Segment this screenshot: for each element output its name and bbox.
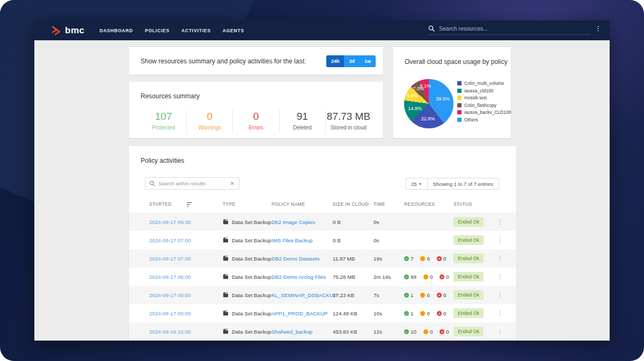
column-header-type[interactable]: TYPE (223, 201, 272, 207)
cell-resources: ✓70✕0 (404, 256, 453, 262)
legend-swatch (457, 81, 462, 85)
cell-policy-name[interactable]: APP1_PROD_BACKUP (272, 311, 333, 316)
error-status-icon: ✕ (437, 311, 442, 316)
stat-label: Errors (233, 125, 279, 131)
row-kebab-icon[interactable]: ⋮ (496, 291, 504, 299)
cell-started[interactable]: 2024-09-17 07:00 (149, 237, 223, 243)
cell-resources: ✓100✕0 (404, 329, 453, 335)
cell-policy-name[interactable]: KL_SEMINAR_DSBACKUP (272, 292, 333, 298)
cell-status: Ended Ok (453, 217, 496, 227)
dataset-icon (223, 256, 229, 261)
table-row[interactable]: 2024-09-17 00:00Data Set BackupAPP1_PROD… (129, 304, 516, 322)
cell-policy-name[interactable]: Db2 Image Copies (272, 219, 333, 225)
nav-search-input[interactable] (439, 25, 590, 32)
table-row[interactable]: 2024-09-17 07:00Data Set BackupDB2 Demo … (129, 249, 516, 268)
stat-value: 91 (280, 111, 325, 122)
column-header-status[interactable]: STATUS (453, 201, 496, 207)
stat-label: Warnings (187, 125, 232, 131)
cell-policy-name[interactable]: DB2 Demo Arclog Files (272, 274, 333, 280)
column-header-resources[interactable]: RESOURCES (404, 201, 453, 207)
status-badge: Ended Ok (453, 217, 484, 227)
nav-item-policies[interactable]: POLICIES (145, 28, 170, 33)
cell-status: Ended Ok (453, 272, 496, 281)
column-header-policy-name[interactable]: POLICY NAME (272, 201, 333, 207)
dataset-icon (223, 329, 229, 334)
pie-slice-label: 6.1% (420, 83, 431, 89)
table-row[interactable]: 2024-09-17 07:00Data Set BackupIMS Files… (129, 231, 516, 249)
row-kebab-icon[interactable]: ⋮ (496, 236, 504, 244)
page-size-dropdown[interactable]: 25 ▼ (406, 178, 428, 189)
cell-policy-name[interactable]: Shaheed_backup (272, 329, 333, 335)
table-row[interactable]: 2024-09-17 06:00Data Set BackupDB2 Demo … (129, 268, 516, 286)
cell-type: Data Set Backup (223, 274, 272, 280)
count: 0 (430, 329, 433, 335)
time-filter-group: 24h3d1w (326, 55, 376, 67)
cell-started[interactable]: 2024-09-17 09:30 (149, 219, 223, 225)
resources-error: ✕0 (440, 274, 449, 280)
cloud-usage-pie-chart[interactable]: 39.5%22.8%14.8%9.9%7.0%6.1% (404, 79, 453, 128)
cell-started[interactable]: 2024-09-17 00:00 (149, 311, 223, 316)
cell-actions: ⋮ (496, 255, 516, 262)
nav-item-agents[interactable]: AGENTS (223, 28, 244, 33)
legend-item: Colin_multi_volume (457, 81, 511, 86)
pie-legend: Colin_multi_volumeiausxa_cld100mvsslk te… (457, 81, 511, 122)
pagination-controls: 25 ▼ Showing 1 to 7 of 7 entries (406, 178, 499, 190)
stat-protected: 107Protected (141, 110, 186, 134)
dataset-icon (223, 237, 229, 243)
cell-started[interactable]: 2024-09-17 07:00 (149, 256, 223, 262)
showing-entries-text: Showing 1 to 7 of 7 entries (428, 178, 499, 189)
table-search-input[interactable] (158, 180, 230, 186)
cell-actions: ⋮ (496, 328, 516, 335)
stat-warnings: 0Warnings (186, 110, 232, 134)
time-filter-label: Show resources summary and policy activi… (141, 57, 306, 65)
column-header-started[interactable]: STARTED (149, 201, 223, 207)
page-size-value: 25 (411, 181, 417, 187)
column-header-size-in-cloud[interactable]: SIZE IN CLOUD (333, 201, 374, 207)
stat-label: Protected (141, 125, 186, 131)
nav-kebab-icon[interactable]: ⋮ (595, 24, 601, 32)
warning-status-icon (420, 293, 425, 298)
legend-label: Colin_flashcopy (464, 103, 496, 108)
time-filter-1w[interactable]: 1w (360, 55, 376, 67)
resources-ok: ✓10 (404, 329, 416, 335)
count: 0 (443, 311, 446, 316)
table-row[interactable]: 2024-09-17 09:30Data Set BackupDb2 Image… (129, 213, 516, 231)
nav-item-dashboard[interactable]: DASHBOARD (99, 28, 133, 33)
row-kebab-icon[interactable]: ⋮ (496, 309, 504, 317)
time-filter-3d[interactable]: 3d (344, 55, 360, 67)
cell-policy-name[interactable]: DB2 Demo Datasets (272, 256, 333, 262)
row-kebab-icon[interactable]: ⋮ (496, 255, 504, 262)
dataset-icon (223, 274, 229, 279)
cell-policy-name[interactable]: IMS Files Backup (272, 237, 333, 243)
ok-status-icon: ✓ (404, 329, 409, 334)
legend-label: Others (464, 117, 478, 122)
legend-swatch (457, 118, 462, 122)
time-filter-24h[interactable]: 24h (326, 55, 345, 67)
count: 7 (411, 256, 413, 262)
cell-size: 124.48 KB (333, 311, 374, 316)
row-kebab-icon[interactable]: ⋮ (496, 328, 504, 335)
bmc-logo[interactable]: bmc (52, 25, 84, 36)
resources-warning: 0 (423, 274, 433, 280)
cell-started[interactable]: 2024-09-17 06:00 (149, 274, 223, 280)
type-label: Data Set Backup (232, 274, 272, 280)
clear-search-icon[interactable]: ✕ (230, 180, 235, 186)
row-kebab-icon[interactable]: ⋮ (496, 273, 504, 280)
row-kebab-icon[interactable]: ⋮ (496, 218, 504, 226)
dataset-icon (223, 311, 229, 316)
cell-size: 75.28 MB (333, 274, 374, 280)
sort-icon[interactable] (187, 201, 193, 207)
legend-label: Colin_multi_volume (464, 81, 504, 86)
stat-value: 87.73 MB (326, 111, 371, 122)
stat-label: Deleted (280, 125, 325, 131)
cell-started[interactable]: 2024-09-17 00:00 (149, 292, 223, 298)
cell-started[interactable]: 2024-09-16 22:00 (149, 329, 223, 335)
nav-menu: DASHBOARDPOLICIESACTIVITIESAGENTS (99, 28, 244, 33)
table-row[interactable]: 2024-09-16 22:00Data Set BackupShaheed_b… (129, 322, 516, 341)
cell-status: Ended Ok (453, 254, 496, 263)
column-header-time[interactable]: TIME (374, 201, 404, 207)
table-row[interactable]: 2024-09-17 00:00Data Set BackupKL_SEMINA… (129, 286, 516, 304)
cell-type: Data Set Backup (223, 256, 272, 262)
count: 0 (427, 256, 429, 262)
nav-item-activities[interactable]: ACTIVITIES (181, 28, 211, 33)
